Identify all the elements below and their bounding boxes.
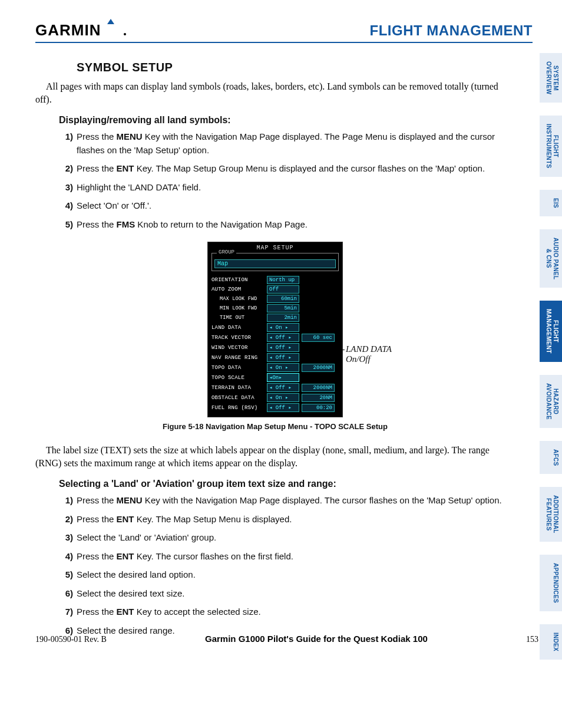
step-text: Select 'On' or 'Off.'. (77, 200, 151, 210)
step-number: 4) (60, 550, 73, 564)
figure-rows: ORIENTATIONNorth upAUTO ZOOMOffMAX LOOK … (208, 274, 342, 417)
sidebar-tab[interactable]: AFCS (540, 441, 562, 474)
step-text: Press the ENT Key. The Map Setup Group M… (77, 163, 485, 173)
step-item: 3)Select the 'Land' or 'Aviation' group. (60, 531, 515, 545)
step-number: 2) (60, 513, 73, 526)
sidebar-tab[interactable]: FLIGHT INSTRUMENTS (540, 116, 562, 177)
sidebar-tab[interactable]: AUDIO PANEL & CNS (540, 229, 562, 288)
sidebar-tabs: SYSTEM OVERVIEWFLIGHT INSTRUMENTSEISAUDI… (540, 53, 562, 660)
figure-row-value: 60min (267, 295, 299, 303)
figure-row-value: ◂ Off ▸ (267, 333, 299, 342)
figure-row: FUEL RNG (RSV)◂ Off ▸00:20 (211, 403, 339, 412)
footer-revision: 190-00590-01 Rev. B (35, 635, 107, 644)
figure-row-label: LAND DATA (211, 325, 265, 331)
step-item: 5)Press the FMS Knob to return to the Na… (60, 218, 515, 232)
figure-row: NAV RANGE RING◂ Off ▸ (211, 353, 339, 362)
step-bold: ENT (117, 514, 134, 524)
subheading-2: Selecting a 'Land' or 'Aviation' group i… (59, 479, 515, 489)
figure-row: AUTO ZOOMOff (211, 285, 339, 294)
figure-row: MAX LOOK FWD60min (211, 295, 339, 303)
figure-row-value: ◂ On ▸ (267, 393, 299, 402)
step-number: 4) (60, 199, 73, 213)
step-number: 5) (60, 568, 73, 582)
page-footer: 190-00590-01 Rev. B Garmin G1000 Pilot's… (35, 634, 538, 644)
figure-row-value: ◂ Off ▸ (267, 383, 299, 392)
figure-row-value: ◂ On ▸ (267, 363, 299, 372)
figure-row-label: ORIENTATION (211, 277, 265, 283)
step-number: 1) (60, 494, 73, 508)
figure-row-label: TERRAIN DATA (211, 385, 265, 391)
brand-logo: GARMIN (35, 18, 130, 40)
figure-row: ORIENTATIONNorth up (211, 276, 339, 284)
figure-row: TRACK VECTOR◂ Off ▸60 sec (211, 333, 339, 342)
step-item: 2)Press the ENT Key. The Map Setup Menu … (60, 513, 515, 526)
step-bold: FMS (117, 219, 135, 229)
figure-row-label: TIME OUT (211, 315, 265, 321)
figure-row-label: AUTO ZOOM (211, 286, 265, 292)
step-text: Press the ENT Key to accept the selected… (77, 607, 261, 617)
step-item: 1)Press the MENU Key with the Navigation… (60, 494, 515, 508)
figure-row: MIN LOOK FWD5min (211, 304, 339, 312)
step-item: 2)Press the ENT Key. The Map Setup Group… (60, 162, 515, 176)
step-text: Press the ENT Key. The Map Setup Menu is… (77, 514, 292, 524)
figure-wrap: MAP SETUP GROUP Map ORIENTATIONNorth upA… (35, 242, 515, 417)
figure-row-value2: 20NM (302, 394, 335, 402)
figure-row-value: ◂ On ▸ (267, 323, 299, 332)
sidebar-tab[interactable]: ADDITIONAL FEATURES (540, 487, 562, 542)
sidebar-tab[interactable]: FLIGHT MANAGEMENT (540, 301, 562, 362)
sidebar-tab[interactable]: HAZARD AVOIDANCE (540, 375, 562, 428)
step-item: 1)Press the MENU Key with the Navigation… (60, 130, 515, 157)
brand-text: GARMIN (35, 21, 101, 38)
step-number: 3) (60, 531, 73, 545)
step-text: Press the FMS Knob to return to the Navi… (77, 219, 308, 229)
step-item: 4)Select 'On' or 'Off.'. (60, 199, 515, 213)
sidebar-tab[interactable]: SYSTEM OVERVIEW (540, 53, 562, 103)
sidebar-tab[interactable]: APPENDICES (540, 555, 562, 611)
figure-row: TOPO DATA◂ On ▸2000NM (211, 363, 339, 372)
page-header: GARMIN FLIGHT MANAGEMENT (35, 18, 533, 43)
figure-row-value2: 2000NM (302, 364, 335, 372)
figure-row-label: FUEL RNG (RSV) (211, 405, 265, 411)
step-text: Press the ENT Key. The cursor flashes on… (77, 551, 293, 561)
svg-marker-0 (107, 19, 114, 24)
figure-row-value: 2min (267, 314, 299, 322)
figure-callout: LAND DATA On/Off (346, 344, 392, 365)
figure-row: OBSTACLE DATA◂ On ▸20NM (211, 393, 339, 402)
sidebar-tab[interactable]: INDEX (540, 624, 562, 660)
figure-row: TIME OUT2min (211, 314, 339, 322)
main-content: SYMBOL SETUP All pages with maps can dis… (35, 61, 550, 637)
step-item: 6)Select the desired text size. (60, 587, 515, 601)
figure-row-label: WIND VECTOR (211, 345, 265, 351)
figure-caption: Figure 5-18 Navigation Map Setup Menu - … (35, 422, 515, 431)
figure-row-value2: 60 sec (302, 334, 335, 342)
footer-page-number: 153 (526, 635, 538, 644)
figure-row-label: MIN LOOK FWD (211, 305, 265, 311)
step-number: 7) (60, 605, 73, 619)
body-paragraph-2: The label size (TEXT) sets the size at w… (35, 444, 515, 469)
figure-row-label: MAX LOOK FWD (211, 296, 265, 302)
step-item: 5)Select the desired land option. (60, 568, 515, 582)
svg-point-1 (124, 33, 126, 35)
steps-list-2: 1)Press the MENU Key with the Navigation… (60, 494, 515, 637)
step-item: 7)Press the ENT Key to accept the select… (60, 605, 515, 619)
callout-line (323, 350, 345, 350)
footer-guide-title: Garmin G1000 Pilot's Guide for the Quest… (107, 634, 526, 644)
header-title: FLIGHT MANAGEMENT (370, 22, 533, 40)
subheading-1: Displaying/removing all land symbols: (59, 115, 515, 126)
figure-row-label: TRACK VECTOR (211, 335, 265, 341)
figure-row-value: 5min (267, 304, 299, 312)
step-number: 5) (60, 218, 73, 232)
figure-row: LAND DATA◂ On ▸ (211, 323, 339, 332)
sidebar-tab[interactable]: EIS (540, 190, 562, 216)
step-item: 4)Press the ENT Key. The cursor flashes … (60, 550, 515, 564)
step-number: 3) (60, 181, 73, 195)
steps-list-1: 1)Press the MENU Key with the Navigation… (60, 130, 515, 231)
figure-row-value: North up (267, 276, 299, 284)
step-text: Select the desired land option. (77, 569, 196, 579)
step-text: Highlight the 'LAND DATA' field. (77, 182, 201, 192)
step-number: 2) (60, 162, 73, 176)
figure-row-value2: 00:20 (302, 404, 335, 412)
figure-row-value: ◂On▸ (267, 373, 299, 382)
figure-row-value: Off (267, 285, 299, 294)
step-text: Select the desired text size. (77, 588, 184, 598)
